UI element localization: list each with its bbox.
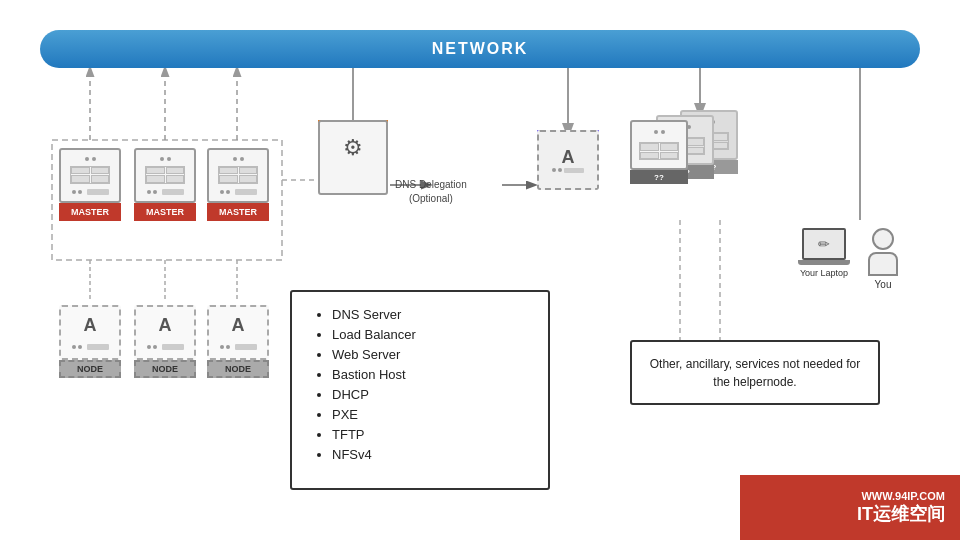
services-list: DNS ServerLoad BalancerWeb ServerBastion… [312,307,528,462]
gear-icon: ⚙ [343,135,363,161]
dns-server-container: A DNS [537,130,599,148]
person-container: You [868,228,898,290]
other-services-box: Other, ancillary, services not needed fo… [630,340,880,405]
node-server-box-2: A [134,305,196,360]
node-server-3: A NODE [207,305,269,378]
stacked-server-1 [630,120,688,170]
node-label-2: NODE [134,360,196,378]
watermark: WWW.94IP.COM IT运维空间 [740,475,960,540]
other-services-text: Other, ancillary, services not needed fo… [642,355,868,391]
master-server-2: MASTER [134,148,196,221]
person-label: You [875,279,892,290]
list-item: DNS Server [332,307,528,322]
node-server-box-3: A [207,305,269,360]
master-server-3: MASTER [207,148,269,221]
list-item: TFTP [332,427,528,442]
laptop-label: Your Laptop [800,268,848,278]
laptop-base [798,260,850,265]
dns-server-box: A [537,130,599,190]
node-server-box-1: A [59,305,121,360]
dns-delegation-label: DNS Delegation (Optional) [395,178,467,206]
list-item: PXE [332,407,528,422]
node-label-3: NODE [207,360,269,378]
master-label-1: MASTER [59,203,121,221]
watermark-url: WWW.94IP.COM [861,490,945,502]
node-server-2: A NODE [134,305,196,378]
info-box: DNS ServerLoad BalancerWeb ServerBastion… [290,290,550,490]
list-item: DHCP [332,387,528,402]
helper-server-container: ⚙ Helper [318,120,388,138]
list-item: Bastion Host [332,367,528,382]
list-item: Web Server [332,347,528,362]
master-server-box-1 [59,148,121,203]
watermark-title: IT运维空间 [857,502,945,526]
person-head [872,228,894,250]
laptop-container: ✏ Your Laptop [798,228,850,278]
list-item: NFSv4 [332,447,528,462]
master-server-box-3 [207,148,269,203]
helper-server-box: ⚙ [318,120,388,195]
network-bar: NETWORK [40,30,920,68]
master-label-3: MASTER [207,203,269,221]
master-server-box-2 [134,148,196,203]
pen-icon: ✏ [818,236,830,252]
master-label-2: MASTER [134,203,196,221]
list-item: Load Balancer [332,327,528,342]
laptop-screen: ✏ [802,228,846,260]
person-body [868,252,898,276]
node-server-1: A NODE [59,305,121,378]
master-server-1: MASTER [59,148,121,221]
network-label: NETWORK [432,40,529,58]
node-label-1: NODE [59,360,121,378]
